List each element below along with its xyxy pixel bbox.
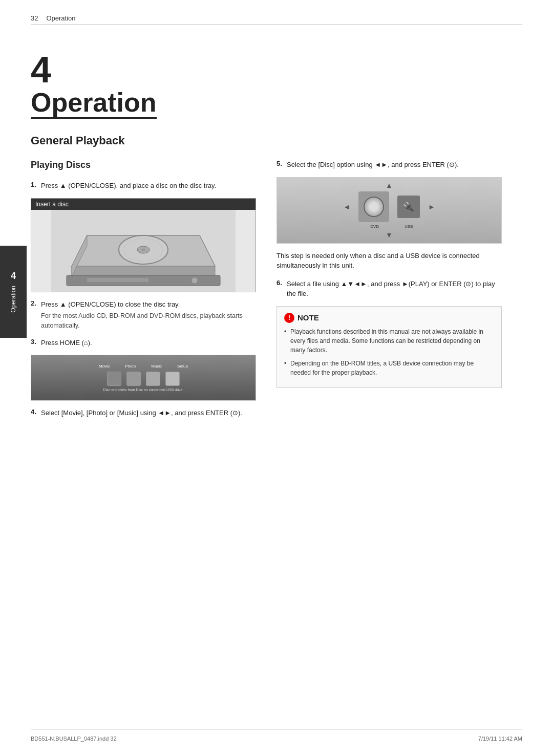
page-footer: BD551-N.BUSALLP_0487.indd 32 7/19/11 11:…: [31, 736, 522, 742]
home-mock-icons: [107, 372, 180, 386]
insert-disc-image-box: Insert a disc: [31, 198, 256, 292]
home-mock-tabs: Movie Photo Music Setup: [99, 364, 188, 369]
header-title: Operation: [46, 14, 75, 22]
note-icon: !: [284, 313, 294, 323]
note-item-2: Depending on the BD-ROM titles, a USB de…: [284, 359, 494, 377]
svg-point-6: [141, 248, 145, 251]
home-icon-music: [146, 372, 160, 386]
home-screen-image: Movie Photo Music Setup Disc or movies f…: [31, 355, 256, 401]
page-container: 32 Operation 4 Operation 4 Operation Gen…: [0, 0, 553, 756]
dvd-label: DVD: [370, 224, 379, 229]
page-header: 32 Operation: [31, 14, 522, 22]
svg-marker-2: [72, 266, 215, 276]
bottom-border: [31, 729, 522, 729]
step-4: 4. Select [Movie], [Photo] or [Music] us…: [31, 408, 256, 418]
disc-tray-image: [31, 210, 256, 292]
home-icon-photo: [126, 372, 141, 386]
step-3-number: 3.: [31, 338, 41, 348]
step-6-number: 6.: [276, 279, 287, 299]
footer-right: 7/19/11 11:42 AM: [478, 736, 522, 742]
disc-selector-image: ▲ ◄ 🔌 ► DVD: [276, 177, 502, 244]
selector-right-arrow-icon: ►: [428, 203, 435, 211]
home-mock-tab-music: Music: [151, 364, 162, 369]
step-4-number: 4.: [31, 408, 41, 418]
step-5-note: This step is needed only when a disc and…: [276, 251, 502, 271]
note-header: ! NOTE: [284, 313, 494, 323]
home-mock-tab-movie: Movie: [99, 364, 110, 369]
home-mock-tab-setup: Setup: [177, 364, 188, 369]
selector-mock: ▲ ◄ 🔌 ► DVD: [277, 178, 501, 243]
home-mock: Movie Photo Music Setup Disc or movies f…: [31, 355, 256, 400]
step-5: 5. Select the [Disc] option using ◄►, an…: [276, 160, 502, 170]
selector-labels: DVD USB: [365, 224, 413, 229]
step-6-content: Select a file using ▲▼◄►, and press ►(PL…: [287, 279, 502, 299]
side-tab: 4 Operation: [0, 246, 27, 338]
step-5-number: 5.: [276, 160, 287, 170]
chapter-title: Operation: [31, 88, 157, 119]
selector-usb-box: 🔌: [397, 196, 420, 218]
selector-items: ◄ 🔌 ►: [343, 191, 435, 222]
step-6: 6. Select a file using ▲▼◄►, and press ►…: [276, 279, 502, 299]
two-col-layout: Playing Discs 1. Press ▲ (OPEN/CLOSE), a…: [31, 160, 522, 425]
note-title: NOTE: [297, 313, 319, 322]
chapter-number: 4: [31, 51, 522, 88]
step-1-number: 1.: [31, 181, 41, 191]
selector-arrow-down-icon: ▼: [386, 231, 393, 239]
selector-dvd-disc: [364, 197, 384, 217]
svg-rect-10: [87, 278, 148, 282]
side-tab-number: 4: [11, 271, 16, 282]
step-5-content: Select the [Disc] option using ◄►, and p…: [287, 160, 459, 170]
insert-disc-label: Insert a disc: [31, 199, 256, 210]
home-mock-subtitle: Disc or movies from Disc on connected US…: [103, 388, 184, 392]
home-mock-tab-photo: Photo: [125, 364, 136, 369]
general-playback-title: General Playback: [31, 134, 522, 149]
note-item-1: Playback functions described in this man…: [284, 327, 494, 355]
note-list: Playback functions described in this man…: [284, 327, 494, 377]
footer-left: BD551-N.BUSALLP_0487.indd 32: [31, 736, 117, 742]
usb-label: USB: [405, 224, 413, 229]
selector-left-arrow-icon: ◄: [343, 203, 350, 211]
step-1-content: Press ▲ (OPEN/CLOSE), and place a disc o…: [41, 181, 216, 191]
page-number: 32: [31, 14, 38, 22]
usb-icon: 🔌: [403, 201, 414, 212]
disc-tray-svg: [31, 210, 256, 292]
col-right: 5. Select the [Disc] option using ◄►, an…: [276, 160, 502, 425]
step-4-content: Select [Movie], [Photo] or [Music] using…: [41, 408, 242, 418]
selector-dvd-box: [358, 191, 389, 222]
step-2-number: 2.: [31, 299, 41, 331]
step-3-content: Press HOME (⌂).: [41, 338, 92, 348]
col-left: Playing Discs 1. Press ▲ (OPEN/CLOSE), a…: [31, 160, 256, 425]
main-content: 4 Operation General Playback Playing Dis…: [31, 31, 522, 725]
note-box: ! NOTE Playback functions described in t…: [276, 306, 502, 388]
step-2-content: Press ▲ (OPEN/CLOSE) to close the disc t…: [41, 299, 256, 331]
playing-discs-title: Playing Discs: [31, 160, 256, 172]
side-tab-label: Operation: [10, 286, 17, 313]
step-3: 3. Press HOME (⌂).: [31, 338, 256, 348]
top-border: [31, 25, 522, 25]
home-icon-setup: [165, 372, 180, 386]
selector-arrow-up-icon: ▲: [386, 181, 393, 189]
svg-point-9: [192, 277, 198, 284]
step-1: 1. Press ▲ (OPEN/CLOSE), and place a dis…: [31, 181, 256, 191]
home-icon-movie: [107, 372, 121, 386]
step-2: 2. Press ▲ (OPEN/CLOSE) to close the dis…: [31, 299, 256, 331]
